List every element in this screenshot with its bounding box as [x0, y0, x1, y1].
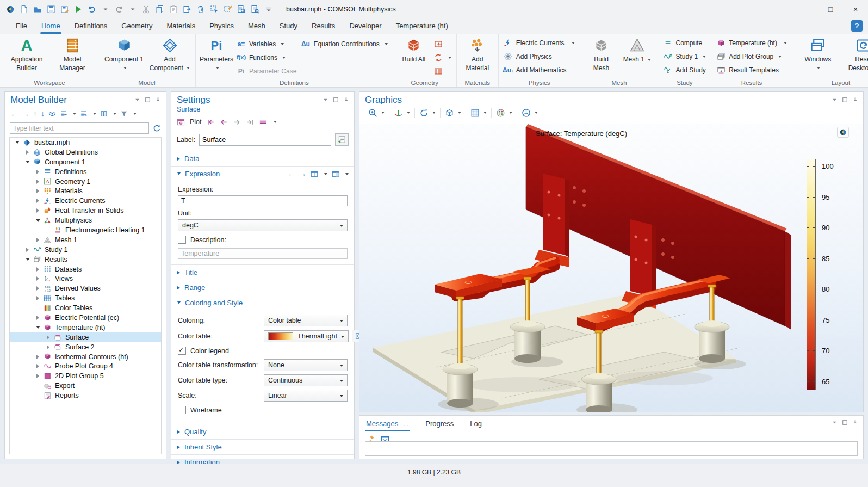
- chevron-down-icon[interactable]: [509, 112, 512, 114]
- section-inherit-style[interactable]: Inherit Style: [171, 439, 354, 454]
- panel-menu-icon[interactable]: [832, 420, 838, 426]
- tree-item-reports[interactable]: Reports: [10, 391, 161, 400]
- unselect-block-icon[interactable]: [223, 4, 232, 14]
- next-expression-icon[interactable]: →: [299, 170, 306, 178]
- nav-back-icon[interactable]: ←: [10, 110, 18, 118]
- scale-select[interactable]: Linear: [264, 390, 348, 402]
- go-next-plot-icon[interactable]: [233, 118, 241, 126]
- chevron-down-icon[interactable]: [381, 112, 385, 114]
- collapse-menu-icon[interactable]: [60, 110, 67, 118]
- nav-forward-icon[interactable]: →: [22, 110, 29, 118]
- save-icon[interactable]: [46, 4, 55, 14]
- table-type-select[interactable]: Continuous: [264, 374, 348, 386]
- add-mathematics-button[interactable]: Δu↓ Add Mathematics: [504, 65, 575, 75]
- equation-contributions-button[interactable]: Δu Equation Contributions: [301, 39, 387, 49]
- rotate-icon[interactable]: [419, 108, 429, 118]
- study-1-button[interactable]: Study 1: [663, 51, 706, 61]
- expand-menu-icon[interactable]: [80, 110, 88, 118]
- tab-messages[interactable]: Messages: [366, 416, 409, 431]
- reset-desktop-button[interactable]: Reset Desktop: [843, 35, 868, 72]
- result-templates-button[interactable]: Result Templates: [716, 65, 787, 75]
- menu-temperature-ht-[interactable]: Temperature (ht): [389, 18, 455, 34]
- paste-icon[interactable]: [169, 4, 178, 14]
- menu-home[interactable]: Home: [34, 18, 67, 34]
- float-panel-icon[interactable]: [333, 97, 339, 103]
- windows-button[interactable]: Windows: [797, 35, 839, 72]
- replace-expression-icon[interactable]: [332, 170, 339, 178]
- tree-item-datasets[interactable]: Datasets: [10, 264, 161, 274]
- section-expression[interactable]: Expression ← →: [171, 166, 354, 181]
- minimize-button[interactable]: –: [793, 0, 818, 18]
- tree-item-multiphysics[interactable]: Multiphysics: [10, 215, 161, 225]
- panel-menu-icon[interactable]: [134, 97, 140, 103]
- transform-select[interactable]: None: [264, 359, 348, 371]
- float-panel-icon[interactable]: [145, 97, 151, 103]
- component-1-button[interactable]: Component 1: [103, 35, 145, 72]
- float-panel-icon[interactable]: [842, 97, 848, 103]
- tree-item-color-tables[interactable]: Color Tables: [10, 303, 161, 313]
- unit-select[interactable]: degC: [178, 219, 348, 231]
- filter-menu-icon[interactable]: [120, 110, 128, 118]
- label-input[interactable]: [199, 134, 331, 146]
- run-icon[interactable]: [73, 4, 83, 14]
- duplicate-icon[interactable]: [182, 4, 191, 14]
- tree-item-probe-plot-group-4[interactable]: Probe Plot Group 4: [10, 361, 161, 371]
- menu-file[interactable]: File: [9, 18, 34, 34]
- menu-study[interactable]: Study: [272, 18, 305, 34]
- tree-item-export[interactable]: Export: [10, 381, 161, 391]
- comsol-logo-icon[interactable]: [5, 4, 15, 14]
- chevron-down-icon[interactable]: [324, 173, 327, 175]
- plot-in-icon[interactable]: [259, 118, 267, 126]
- panel-menu-icon[interactable]: [832, 97, 838, 103]
- section-coloring-and-style[interactable]: Coloring and Style: [171, 295, 354, 310]
- copy-icon[interactable]: [155, 4, 164, 14]
- messages-text-area[interactable]: [365, 441, 858, 456]
- chevron-down-icon[interactable]: [483, 112, 487, 114]
- panel-menu-icon[interactable]: [323, 97, 328, 103]
- find-icon[interactable]: [237, 4, 246, 14]
- pin-panel-icon[interactable]: [343, 97, 349, 103]
- chevron-down-icon[interactable]: [535, 112, 538, 114]
- chevron-down-icon[interactable]: [458, 112, 461, 114]
- filter-input[interactable]: [10, 122, 149, 134]
- tree-item-results[interactable]: Results: [10, 255, 161, 264]
- delete-sequence-button[interactable]: [434, 66, 451, 76]
- view-icon[interactable]: [445, 108, 454, 118]
- delete-icon[interactable]: [196, 4, 205, 14]
- add-material-button[interactable]: Add Material: [462, 35, 493, 72]
- tree-item-electric-currents[interactable]: Electric Currents: [10, 196, 161, 206]
- compute-button[interactable]: = Compute: [663, 38, 706, 48]
- show-icon[interactable]: [48, 110, 56, 118]
- undo-icon[interactable]: [87, 4, 96, 14]
- find-in-log-icon[interactable]: [250, 4, 259, 14]
- refresh-icon[interactable]: [152, 124, 161, 133]
- tree-item-derived-values[interactable]: 8.85e-12Derived Values: [10, 283, 161, 293]
- update-geometry-button[interactable]: [434, 52, 451, 63]
- tree-item-materials[interactable]: Materials: [10, 186, 161, 196]
- description-checkbox[interactable]: [178, 236, 186, 244]
- tree-item-busbar-mph[interactable]: busbar.mph: [10, 138, 161, 147]
- functions-button[interactable]: f(x) Functions: [237, 52, 296, 63]
- tree-item-temperature-ht-[interactable]: Temperature (ht): [10, 323, 161, 332]
- chevron-down-icon[interactable]: [407, 112, 410, 114]
- tree-item-surface-2[interactable]: Surface 2: [10, 342, 161, 352]
- tab-progress[interactable]: Progress: [425, 416, 454, 431]
- build-mesh-button[interactable]: Build Mesh: [585, 35, 617, 72]
- plot-button-label[interactable]: Plot: [190, 118, 202, 126]
- menu-materials[interactable]: Materials: [159, 18, 202, 34]
- go-to-default-view-icon[interactable]: [394, 108, 403, 118]
- tree-item-views[interactable]: Views: [10, 274, 161, 283]
- tree-item-definitions[interactable]: Definitions: [10, 167, 161, 177]
- tree-item-component-1[interactable]: Component 1: [10, 157, 161, 167]
- tree-item-geometry-1[interactable]: AGeometry 1: [10, 177, 161, 187]
- tree-item-mesh-1[interactable]: Mesh 1: [10, 235, 161, 245]
- color-legend-checkbox[interactable]: [178, 347, 186, 355]
- build-all-button[interactable]: Build All: [398, 35, 430, 64]
- go-last-plot-icon[interactable]: [246, 118, 254, 126]
- tree-item-isothermal-contours-ht-[interactable]: Isothermal Contours (ht): [10, 352, 161, 362]
- open-folder-icon[interactable]: [33, 4, 42, 14]
- redo-icon[interactable]: [114, 4, 123, 14]
- new-file-icon[interactable]: [19, 4, 28, 14]
- move-up-icon[interactable]: ↑: [33, 110, 37, 118]
- color-theme-icon[interactable]: [496, 108, 505, 118]
